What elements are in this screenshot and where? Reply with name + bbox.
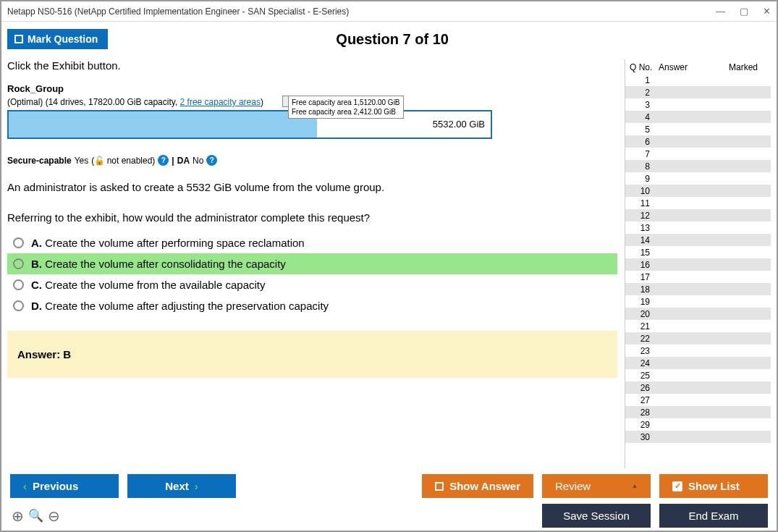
question-list-row[interactable]: 10: [625, 185, 771, 197]
question-list-row[interactable]: 4: [625, 111, 771, 123]
summary-prefix: (Optimal) (14 drives, 17820.00 GiB capac…: [7, 97, 180, 107]
app-window: Netapp NS0-516 (NetApp Certified Impleme…: [0, 0, 778, 532]
mark-question-label: Mark Question: [28, 33, 98, 45]
zoom-in-icon[interactable]: 🔍: [28, 508, 43, 523]
col-answer: Answer: [659, 62, 729, 72]
zoom-controls: ⊕ 🔍 ⊖: [10, 507, 60, 525]
options-list: A. Create the volume after performing sp…: [7, 232, 617, 316]
button-row-2: ⊕ 🔍 ⊖ Save Session End Exam: [10, 504, 768, 528]
question-list-row[interactable]: 22: [625, 332, 771, 345]
save-session-label: Save Session: [563, 510, 630, 522]
col-qno: Q No.: [630, 62, 659, 72]
option-row[interactable]: D. Create the volume after adjusting the…: [7, 295, 617, 316]
show-answer-button[interactable]: Show Answer: [422, 474, 533, 498]
radio-icon[interactable]: [13, 258, 24, 269]
question-list-row[interactable]: 12: [625, 209, 771, 221]
tooltip-line-1: Free capacity area 1,5120.00 GiB: [292, 98, 400, 107]
question-counter: Question 7 of 10: [108, 31, 771, 48]
col-marked: Marked: [729, 62, 766, 72]
maximize-icon[interactable]: ▢: [740, 6, 748, 17]
save-session-button[interactable]: Save Session: [542, 504, 651, 528]
question-list-row[interactable]: 15: [625, 246, 771, 258]
minimize-icon[interactable]: —: [716, 6, 725, 17]
question-list-row[interactable]: 13: [625, 221, 771, 234]
question-list-row[interactable]: 6: [625, 135, 771, 148]
lock-icon: 🔓: [94, 156, 104, 164]
option-text: C. Create the volume from the available …: [31, 279, 266, 291]
question-list-row[interactable]: 5: [625, 123, 771, 135]
review-button[interactable]: Review ▲: [542, 474, 651, 498]
question-list-row[interactable]: 14: [625, 234, 771, 246]
instruction-text: Click the Exhibit button.: [7, 59, 617, 72]
window-controls: — ▢ ✕: [716, 6, 771, 17]
end-exam-button[interactable]: End Exam: [659, 504, 768, 528]
header-row: Mark Question Question 7 of 10: [7, 26, 771, 52]
question-list-row[interactable]: 30: [625, 431, 771, 443]
question-body-1: An administrator is asked to create a 55…: [7, 179, 617, 196]
question-list-row[interactable]: 11: [625, 197, 771, 209]
list-header: Q No. Answer Marked: [625, 59, 771, 74]
radio-icon[interactable]: [13, 300, 24, 311]
free-capacity-label: 5532.00 GiB: [433, 119, 485, 130]
capacity-bar: 5532.00 GiB: [7, 110, 492, 139]
radio-icon[interactable]: [13, 279, 24, 290]
next-label: Next: [165, 480, 189, 492]
answer-box: Answer: B: [7, 331, 617, 378]
content-area: Mark Question Question 7 of 10 Click the…: [1, 22, 777, 531]
question-list-row[interactable]: 25: [625, 369, 771, 381]
review-label: Review: [555, 480, 591, 492]
close-icon[interactable]: ✕: [763, 6, 771, 17]
question-list-row[interactable]: 21: [625, 320, 771, 332]
bottom-bar: ‹ Previous Next › Show Answer Review ▲: [7, 468, 771, 525]
option-text: B. Create the volume after consolidating…: [31, 258, 286, 270]
titlebar: Netapp NS0-516 (NetApp Certified Impleme…: [1, 1, 777, 22]
question-list[interactable]: 1234567891011121314151617181920212223242…: [625, 74, 771, 468]
question-list-row[interactable]: 19: [625, 295, 771, 308]
question-list-row[interactable]: 8: [625, 160, 771, 172]
option-row[interactable]: C. Create the volume from the available …: [7, 274, 617, 295]
option-row[interactable]: B. Create the volume after consolidating…: [7, 253, 617, 274]
question-list-row[interactable]: 1: [625, 74, 771, 86]
question-body-2: Referring to the exhibit, how would the …: [7, 209, 617, 227]
question-list-row[interactable]: 27: [625, 394, 771, 406]
capacity-used-segment: [9, 111, 317, 138]
show-list-button[interactable]: ✓ Show List: [659, 474, 768, 498]
secure-capable-line: Secure-capable Yes (🔓( not enabled) not …: [7, 155, 617, 166]
question-list-row[interactable]: 9: [625, 172, 771, 185]
question-pane: Click the Exhibit button. Rock_Group (Op…: [7, 59, 620, 468]
question-list-row[interactable]: 28: [625, 406, 771, 418]
summary-suffix: ): [261, 97, 263, 107]
mark-question-button[interactable]: Mark Question: [7, 29, 108, 49]
question-list-row[interactable]: 20: [625, 308, 771, 320]
show-answer-label: Show Answer: [449, 480, 520, 492]
previous-button[interactable]: ‹ Previous: [10, 474, 119, 498]
chevron-right-icon: ›: [195, 480, 198, 492]
window-title: Netapp NS0-516 (NetApp Certified Impleme…: [7, 7, 716, 17]
triangle-up-icon: ▲: [632, 483, 638, 489]
zoom-reset-icon[interactable]: ⊕: [12, 507, 24, 525]
main-area: Click the Exhibit button. Rock_Group (Op…: [7, 59, 771, 468]
question-list-row[interactable]: 3: [625, 98, 771, 111]
question-list-row[interactable]: 24: [625, 357, 771, 369]
question-list-row[interactable]: 26: [625, 381, 771, 394]
zoom-out-icon[interactable]: ⊖: [48, 507, 60, 525]
question-list-row[interactable]: 2: [625, 86, 771, 98]
help-icon[interactable]: ?: [206, 155, 217, 166]
show-list-label: Show List: [688, 480, 740, 492]
next-button[interactable]: Next ›: [127, 474, 236, 498]
capacity-bar-wrap: Free capacity area 1,5120.00 GiB Free ca…: [7, 110, 492, 139]
secure-label: Secure-capable: [7, 156, 72, 166]
question-list-row[interactable]: 17: [625, 271, 771, 283]
question-list-row[interactable]: 16: [625, 258, 771, 271]
previous-label: Previous: [33, 480, 78, 492]
question-list-row[interactable]: 18: [625, 283, 771, 295]
help-icon[interactable]: ?: [158, 155, 169, 166]
question-list-row[interactable]: 29: [625, 418, 771, 431]
question-list-row[interactable]: 23: [625, 345, 771, 357]
option-row[interactable]: A. Create the volume after performing sp…: [7, 232, 617, 253]
secure-yes: Yes: [75, 156, 89, 166]
free-capacity-link[interactable]: 2 free capacity areas: [180, 97, 261, 107]
radio-icon[interactable]: [13, 237, 24, 248]
question-list-row[interactable]: 7: [625, 148, 771, 160]
capacity-tooltip: Free capacity area 1,5120.00 GiB Free ca…: [288, 96, 404, 119]
